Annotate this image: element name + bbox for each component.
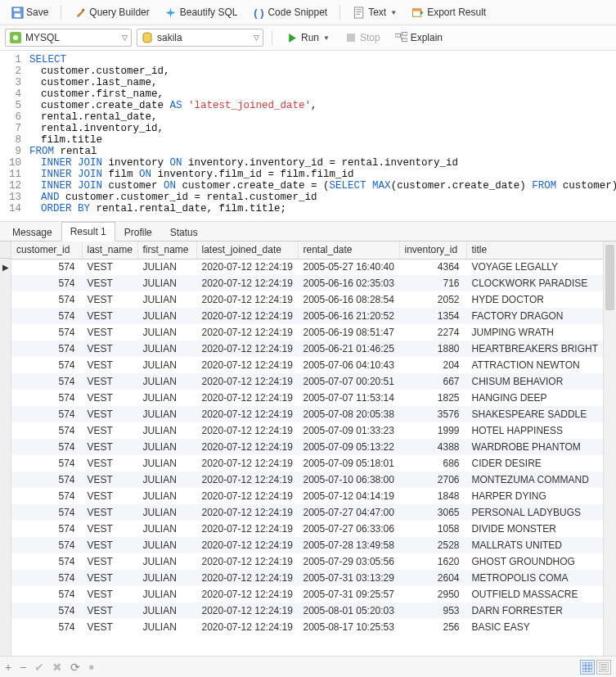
cell[interactable]: 2005-07-29 03:05:56 bbox=[298, 553, 399, 570]
table-row[interactable]: 574VESTJULIAN2020-07-12 12:24:192005-07-… bbox=[11, 455, 603, 472]
cell[interactable]: JULIAN bbox=[137, 259, 196, 275]
table-row[interactable]: 574VESTJULIAN2020-07-12 12:24:192005-07-… bbox=[11, 390, 603, 406]
cell[interactable]: 2020-07-12 12:24:19 bbox=[196, 275, 298, 291]
table-row[interactable]: 574VESTJULIAN2020-07-12 12:24:192005-08-… bbox=[11, 619, 603, 635]
cell[interactable]: 2528 bbox=[399, 537, 466, 553]
cell[interactable]: 574 bbox=[11, 291, 82, 308]
save-button[interactable]: Save bbox=[5, 3, 54, 21]
cell[interactable]: 1058 bbox=[399, 521, 466, 537]
cell[interactable]: DIVIDE MONSTER bbox=[466, 521, 603, 537]
cell[interactable]: 2005-07-07 11:53:14 bbox=[298, 390, 399, 406]
scroll-thumb[interactable] bbox=[605, 245, 614, 310]
cell[interactable]: 574 bbox=[11, 308, 82, 324]
cell[interactable]: MONTEZUMA COMMAND bbox=[466, 472, 603, 488]
cell[interactable]: VEST bbox=[82, 586, 137, 603]
cell[interactable]: JULIAN bbox=[137, 422, 196, 439]
cell[interactable]: 2020-07-12 12:24:19 bbox=[196, 373, 298, 390]
cell[interactable]: VEST bbox=[82, 259, 137, 275]
sql-editor[interactable]: 1234567891011121314 SELECTcustomer.custo… bbox=[0, 51, 616, 222]
tab-status[interactable]: Status bbox=[161, 223, 207, 241]
cell[interactable]: 2020-07-12 12:24:19 bbox=[196, 341, 298, 357]
cell[interactable]: JULIAN bbox=[137, 537, 196, 553]
explain-button[interactable]: Explain bbox=[390, 29, 447, 46]
cell[interactable]: VEST bbox=[82, 521, 137, 537]
cell[interactable]: VEST bbox=[82, 357, 137, 373]
result-grid[interactable]: customer_idlast_namefirst_namelatest_joi… bbox=[11, 241, 603, 656]
cell[interactable]: 667 bbox=[399, 373, 466, 390]
col-inventory_id[interactable]: inventory_id bbox=[399, 241, 466, 259]
cell[interactable]: 2052 bbox=[399, 291, 466, 308]
table-row[interactable]: 574VESTJULIAN2020-07-12 12:24:192005-07-… bbox=[11, 488, 603, 504]
code-line[interactable]: SELECT bbox=[29, 54, 616, 65]
cell[interactable]: VEST bbox=[82, 324, 137, 341]
cell[interactable]: 2020-07-12 12:24:19 bbox=[196, 504, 298, 521]
header-row[interactable]: customer_idlast_namefirst_namelatest_joi… bbox=[11, 241, 603, 259]
table-row[interactable]: 574VESTJULIAN2020-07-12 12:24:192005-07-… bbox=[11, 406, 603, 422]
cell[interactable]: 2005-07-07 00:20:51 bbox=[298, 373, 399, 390]
cell[interactable]: 2020-07-12 12:24:19 bbox=[196, 422, 298, 439]
cell[interactable]: 3065 bbox=[399, 504, 466, 521]
cell[interactable]: 2020-07-12 12:24:19 bbox=[196, 488, 298, 504]
cell[interactable]: JULIAN bbox=[137, 439, 196, 455]
beautify-button[interactable]: Beautify SQL bbox=[159, 3, 244, 21]
cell[interactable]: JULIAN bbox=[137, 341, 196, 357]
cell[interactable]: 686 bbox=[399, 455, 466, 472]
cell[interactable]: 2020-07-12 12:24:19 bbox=[196, 406, 298, 422]
cell[interactable]: VEST bbox=[82, 275, 137, 291]
engine-selector[interactable]: MYSQL ▽ bbox=[5, 29, 132, 47]
cell[interactable]: 574 bbox=[11, 504, 82, 521]
cell[interactable]: 1825 bbox=[399, 390, 466, 406]
cell[interactable]: SHAKESPEARE SADDLE bbox=[466, 406, 603, 422]
table-row[interactable]: 574VESTJULIAN2020-07-12 12:24:192005-07-… bbox=[11, 439, 603, 455]
cell[interactable]: VOYAGE LEGALLY bbox=[466, 259, 603, 275]
table-row[interactable]: 574VESTJULIAN2020-07-12 12:24:192005-07-… bbox=[11, 357, 603, 373]
cell[interactable]: VEST bbox=[82, 291, 137, 308]
code-line[interactable]: customer.last_name, bbox=[29, 77, 616, 88]
cell[interactable]: 1620 bbox=[399, 553, 466, 570]
cell[interactable]: 574 bbox=[11, 259, 82, 275]
cell[interactable]: HEARTBREAKERS BRIGHT bbox=[466, 341, 603, 357]
cell[interactable]: 3576 bbox=[399, 406, 466, 422]
cell[interactable]: 2005-08-17 10:25:53 bbox=[298, 619, 399, 635]
cell[interactable]: 574 bbox=[11, 488, 82, 504]
cell[interactable]: JULIAN bbox=[137, 504, 196, 521]
table-row[interactable]: 574VESTJULIAN2020-07-12 12:24:192005-08-… bbox=[11, 603, 603, 619]
code-line[interactable]: ORDER BY rental.rental_date, film.title; bbox=[29, 203, 616, 214]
table-row[interactable]: 574VESTJULIAN2020-07-12 12:24:192005-06-… bbox=[11, 308, 603, 324]
cell[interactable]: 574 bbox=[11, 341, 82, 357]
cell[interactable]: DARN FORRESTER bbox=[466, 603, 603, 619]
code-line[interactable]: film.title bbox=[29, 134, 616, 146]
cell[interactable]: FACTORY DRAGON bbox=[466, 308, 603, 324]
tab-profile[interactable]: Profile bbox=[115, 223, 161, 241]
cell[interactable]: 2005-07-31 09:25:57 bbox=[298, 586, 399, 603]
cell[interactable]: JULIAN bbox=[137, 488, 196, 504]
cell[interactable]: VEST bbox=[82, 603, 137, 619]
cell[interactable]: 2020-07-12 12:24:19 bbox=[196, 603, 298, 619]
cell[interactable]: 574 bbox=[11, 357, 82, 373]
cell[interactable]: 574 bbox=[11, 553, 82, 570]
cell[interactable]: 2005-07-27 04:47:00 bbox=[298, 504, 399, 521]
tab-message[interactable]: Message bbox=[3, 223, 61, 241]
cell[interactable]: HANGING DEEP bbox=[466, 390, 603, 406]
remove-row-button[interactable]: − bbox=[20, 661, 26, 674]
table-row[interactable]: 574VESTJULIAN2020-07-12 12:24:192005-07-… bbox=[11, 570, 603, 586]
table-row[interactable]: 574VESTJULIAN2020-07-12 12:24:192005-05-… bbox=[11, 259, 603, 275]
cell[interactable]: VEST bbox=[82, 341, 137, 357]
table-row[interactable]: 574VESTJULIAN2020-07-12 12:24:192005-06-… bbox=[11, 291, 603, 308]
cell[interactable]: 2005-07-10 06:38:00 bbox=[298, 472, 399, 488]
table-row[interactable]: 574VESTJULIAN2020-07-12 12:24:192005-07-… bbox=[11, 521, 603, 537]
cell[interactable]: 2020-07-12 12:24:19 bbox=[196, 537, 298, 553]
cell[interactable]: 2020-07-12 12:24:19 bbox=[196, 586, 298, 603]
cell[interactable]: PERSONAL LADYBUGS bbox=[466, 504, 603, 521]
cell[interactable]: 2005-06-21 01:46:25 bbox=[298, 341, 399, 357]
code-line[interactable]: INNER JOIN inventory ON inventory.invent… bbox=[29, 157, 616, 169]
cell[interactable]: 4364 bbox=[399, 259, 466, 275]
cell[interactable]: 2020-07-12 12:24:19 bbox=[196, 390, 298, 406]
code-area[interactable]: SELECTcustomer.customer_id,customer.last… bbox=[29, 54, 616, 214]
code-line[interactable]: INNER JOIN customer ON customer.create_d… bbox=[29, 180, 616, 192]
cell[interactable]: 2005-07-12 04:14:19 bbox=[298, 488, 399, 504]
cell[interactable]: 2005-07-09 05:13:22 bbox=[298, 439, 399, 455]
cell[interactable]: 574 bbox=[11, 521, 82, 537]
cell[interactable]: 574 bbox=[11, 455, 82, 472]
col-title[interactable]: title bbox=[466, 241, 603, 259]
